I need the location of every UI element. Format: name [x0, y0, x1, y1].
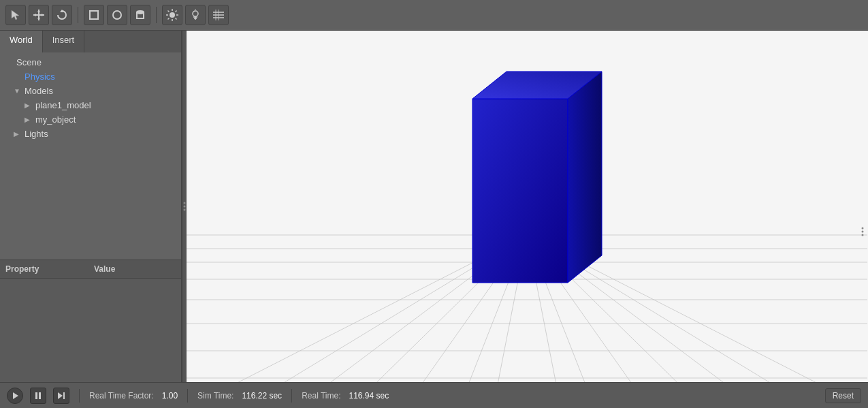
- main-content: World Insert Scene Physics ▼ Models ▶ pl…: [0, 31, 868, 382]
- sim-time-value: 116.22 sec: [242, 391, 282, 401]
- translate-tool-button[interactable]: [29, 5, 49, 25]
- properties-panel: Property Value: [0, 260, 181, 382]
- reset-button[interactable]: Reset: [825, 388, 861, 403]
- svg-rect-68: [63, 392, 65, 399]
- pause-button[interactable]: [30, 388, 46, 404]
- svg-point-21: [193, 11, 198, 16]
- svg-point-31: [184, 202, 186, 204]
- svg-line-18: [176, 18, 177, 20]
- value-column-header: Value: [89, 262, 181, 277]
- tab-insert[interactable]: Insert: [43, 31, 85, 52]
- play-button[interactable]: [7, 388, 23, 404]
- svg-rect-8: [90, 11, 98, 19]
- grid-canvas: [187, 31, 868, 382]
- tree-scene[interactable]: Scene: [0, 55, 181, 69]
- box-shape-button[interactable]: [84, 5, 104, 25]
- svg-marker-3: [37, 10, 40, 12]
- svg-marker-6: [42, 14, 44, 16]
- tree-my-object[interactable]: ▶ my_object: [0, 112, 181, 127]
- plane1-arrow: ▶: [25, 101, 33, 109]
- models-arrow: ▼: [14, 87, 22, 95]
- my-object-arrow: ▶: [25, 116, 33, 123]
- svg-line-20: [168, 18, 170, 20]
- status-sep-2: [187, 389, 188, 403]
- svg-line-19: [176, 11, 177, 12]
- 3d-cube[interactable]: [472, 72, 602, 283]
- my-object-label: my_object: [35, 114, 76, 125]
- status-sep-3: [291, 389, 292, 403]
- svg-marker-60: [568, 72, 602, 283]
- svg-point-9: [113, 11, 121, 19]
- tree-plane1[interactable]: ▶ plane1_model: [0, 98, 181, 112]
- property-column-header: Property: [0, 262, 89, 277]
- scene-tree: Scene Physics ▼ Models ▶ plane1_model ▶ …: [0, 52, 181, 260]
- svg-rect-66: [39, 392, 41, 399]
- plane1-label: plane1_model: [35, 100, 91, 110]
- svg-line-17: [168, 11, 170, 12]
- svg-marker-4: [37, 18, 40, 20]
- sun-light-button[interactable]: [162, 5, 182, 25]
- status-sep-1: [79, 389, 80, 403]
- svg-point-33: [184, 209, 186, 211]
- physics-label: Physics: [25, 72, 55, 82]
- rotate-tool-button[interactable]: [52, 5, 72, 25]
- svg-marker-67: [58, 392, 63, 399]
- cylinder-shape-button[interactable]: [130, 5, 150, 25]
- scene-label: Scene: [16, 57, 42, 67]
- select-tool-button[interactable]: [5, 5, 26, 25]
- toolbar: [0, 0, 868, 31]
- separator-2: [156, 7, 157, 23]
- point-light-button[interactable]: [185, 5, 206, 25]
- real-time-value: 116.94 sec: [349, 391, 389, 401]
- tab-world[interactable]: World: [0, 31, 43, 52]
- right-resize-handle[interactable]: [862, 227, 864, 236]
- separator-1: [78, 7, 78, 23]
- sim-time-label: Sim Time:: [197, 391, 234, 401]
- viewport[interactable]: [187, 31, 868, 382]
- step-button[interactable]: [53, 388, 69, 404]
- svg-marker-5: [33, 14, 36, 16]
- tree-lights[interactable]: ▶ Lights: [0, 127, 181, 141]
- lights-arrow: ▶: [14, 130, 22, 138]
- lines-tool-button[interactable]: [208, 5, 229, 25]
- tabs: World Insert: [0, 31, 181, 52]
- sphere-shape-button[interactable]: [107, 5, 127, 25]
- left-panel: World Insert Scene Physics ▼ Models ▶ pl…: [0, 31, 182, 382]
- lights-label: Lights: [25, 129, 48, 139]
- real-time-factor-label: Real Time Factor:: [89, 391, 154, 401]
- models-label: Models: [25, 86, 53, 96]
- real-time-label: Real Time:: [302, 391, 340, 401]
- svg-rect-65: [35, 392, 37, 399]
- svg-marker-64: [13, 392, 18, 399]
- svg-point-12: [170, 12, 175, 18]
- real-time-factor-value: 1.00: [162, 391, 178, 401]
- svg-point-63: [862, 234, 864, 236]
- statusbar: Real Time Factor: 1.00 Sim Time: 116.22 …: [0, 382, 868, 408]
- svg-marker-0: [12, 10, 19, 20]
- tree-models[interactable]: ▼ Models: [0, 84, 181, 98]
- svg-point-62: [862, 231, 864, 233]
- properties-header: Property Value: [0, 260, 181, 279]
- svg-point-32: [184, 206, 186, 208]
- svg-point-61: [862, 227, 864, 230]
- svg-marker-58: [472, 99, 568, 283]
- tree-physics[interactable]: Physics: [0, 69, 181, 84]
